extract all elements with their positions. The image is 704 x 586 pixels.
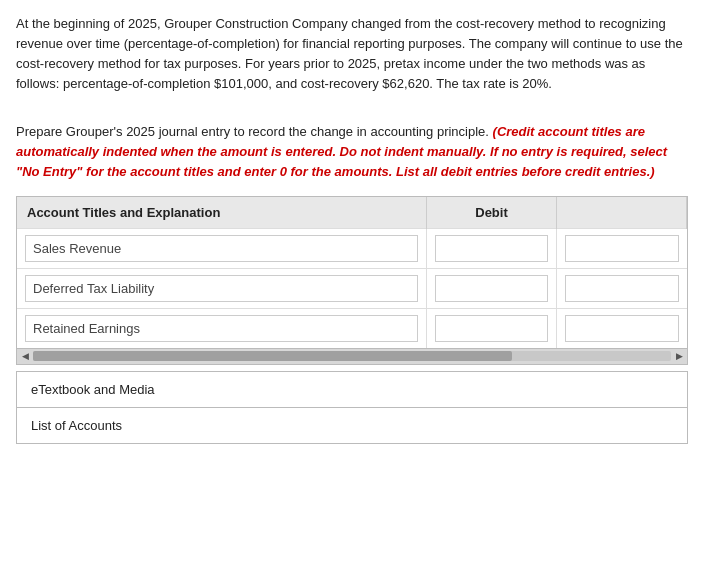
list-of-accounts-button[interactable]: List of Accounts — [16, 408, 688, 444]
instruction-normal: Prepare Grouper's 2025 journal entry to … — [16, 124, 493, 139]
etextbook-button[interactable]: eTextbook and Media — [16, 371, 688, 408]
debit-cell-2 — [427, 268, 557, 308]
credit-cell-3 — [557, 308, 687, 348]
table-row — [17, 268, 687, 308]
debit-cell-3 — [427, 308, 557, 348]
account-input-1[interactable] — [25, 235, 418, 262]
footer-buttons: eTextbook and Media List of Accounts — [16, 371, 688, 444]
credit-input-2[interactable] — [565, 275, 679, 302]
col-header-credit — [557, 197, 687, 229]
table-row — [17, 308, 687, 348]
scroll-left-arrow[interactable]: ◀ — [19, 349, 31, 363]
horizontal-scrollbar[interactable]: ◀ ▶ — [17, 348, 687, 364]
col-header-account: Account Titles and Explanation — [17, 197, 427, 229]
col-header-debit: Debit — [427, 197, 557, 229]
credit-cell-1 — [557, 228, 687, 268]
scrollbar-thumb — [33, 351, 512, 361]
debit-cell-1 — [427, 228, 557, 268]
debit-input-3[interactable] — [435, 315, 548, 342]
account-input-2[interactable] — [25, 275, 418, 302]
debit-input-2[interactable] — [435, 275, 548, 302]
account-input-3[interactable] — [25, 315, 418, 342]
table-row — [17, 228, 687, 268]
journal-table: Account Titles and Explanation Debit — [17, 197, 687, 348]
account-cell-3 — [17, 308, 427, 348]
credit-cell-2 — [557, 268, 687, 308]
credit-input-1[interactable] — [565, 235, 679, 262]
instruction-block: Prepare Grouper's 2025 journal entry to … — [16, 122, 688, 182]
account-cell-1 — [17, 228, 427, 268]
credit-input-3[interactable] — [565, 315, 679, 342]
scroll-right-arrow[interactable]: ▶ — [673, 349, 685, 363]
account-cell-2 — [17, 268, 427, 308]
intro-paragraph1: At the beginning of 2025, Grouper Constr… — [16, 14, 688, 95]
journal-table-wrapper: Account Titles and Explanation Debit — [16, 196, 688, 365]
debit-input-1[interactable] — [435, 235, 548, 262]
